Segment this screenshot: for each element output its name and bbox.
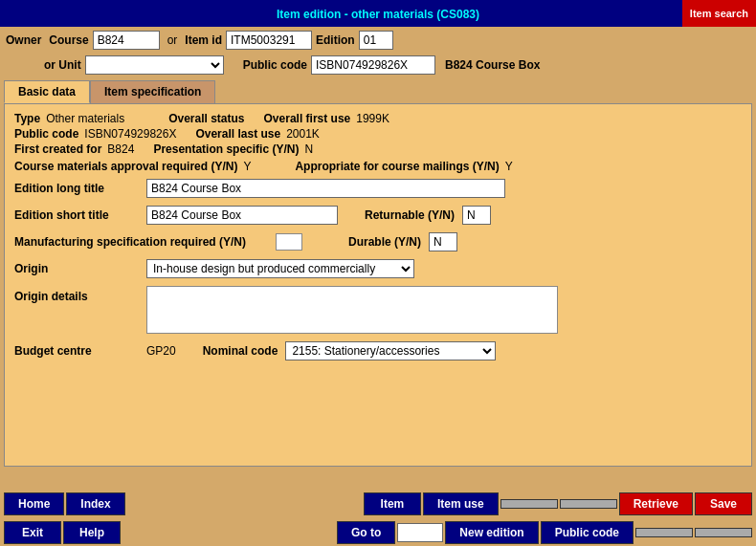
appropriate-label: Appropriate for course mailings (Y/N) xyxy=(295,160,499,173)
bottom-bar-2: Exit Help Go to New edition Public code xyxy=(0,519,756,546)
type-label: Type xyxy=(14,112,40,125)
public-code-input[interactable] xyxy=(311,55,435,75)
owner-label: Owner xyxy=(6,33,41,47)
first-created-value: B824 xyxy=(107,142,134,156)
appropriate-value: Y xyxy=(505,160,513,173)
manufacturing-spec-row: Manufacturing specification required (Y/… xyxy=(14,232,742,251)
durable-input[interactable] xyxy=(429,232,457,251)
page-title: Item edition - other materials (CS083) xyxy=(277,8,479,21)
bottom-bar-1: Home Index Item Item use Retrieve Save xyxy=(0,489,756,519)
overall-last-use-label: Overall last use xyxy=(195,127,280,141)
edition-short-title-row: Edition short title Returnable (Y/N) xyxy=(14,206,742,225)
retrieve-button[interactable]: Retrieve xyxy=(619,492,693,515)
edition-short-title-input[interactable] xyxy=(146,206,338,225)
gray-button-4[interactable] xyxy=(695,528,752,537)
overall-first-use-value: 1999K xyxy=(356,112,389,125)
item-id-label: Item id xyxy=(185,33,222,47)
info-row-1: Type Other materials Overall status Over… xyxy=(14,112,742,125)
edition-label: Edition xyxy=(316,33,355,47)
budget-nominal-row: Budget centre GP20 Nominal code 2155: St… xyxy=(14,341,742,360)
public-code-label2: Public code xyxy=(14,127,78,141)
help-button[interactable]: Help xyxy=(63,521,121,544)
edition-short-title-label: Edition short title xyxy=(14,208,139,222)
overall-last-use-value: 2001K xyxy=(286,127,320,141)
public-code-button[interactable]: Public code xyxy=(541,521,634,544)
edition-long-title-input[interactable] xyxy=(146,179,505,198)
info-row-2: Public code ISBN074929826X Overall last … xyxy=(14,127,742,141)
returnable-label: Returnable (Y/N) xyxy=(365,208,455,222)
tab-item-specification[interactable]: Item specification xyxy=(90,80,215,103)
budget-centre-label: Budget centre xyxy=(14,344,139,358)
index-button[interactable]: Index xyxy=(66,492,124,515)
manufacturing-spec-input[interactable] xyxy=(276,233,302,251)
durable-label: Durable (Y/N) xyxy=(348,235,421,249)
overall-first-use-label: Overall first use xyxy=(264,112,351,125)
nominal-code-select[interactable]: 2155: Stationery/accessories 2100: Books… xyxy=(285,341,496,360)
origin-details-row: Origin details xyxy=(14,286,742,334)
gray-button-1[interactable] xyxy=(500,499,558,509)
origin-select[interactable]: In-house design but produced commerciall… xyxy=(146,259,414,278)
go-to-input[interactable] xyxy=(397,523,443,542)
course-materials-value: Y xyxy=(243,160,251,173)
item-id-input[interactable] xyxy=(226,31,312,50)
edition-input[interactable] xyxy=(359,31,393,50)
nominal-code-label: Nominal code xyxy=(203,344,278,358)
course-materials-row: Course materials approval required (Y/N)… xyxy=(14,160,742,173)
tabs-bar: Basic data Item specification xyxy=(0,76,756,103)
course-label: Course xyxy=(49,33,88,47)
save-button[interactable]: Save xyxy=(695,492,752,515)
new-edition-button[interactable]: New edition xyxy=(445,521,538,544)
overall-status-label: Overall status xyxy=(168,112,244,125)
exit-button[interactable]: Exit xyxy=(4,521,61,544)
origin-details-label: Origin details xyxy=(14,290,139,303)
unit-select[interactable] xyxy=(85,55,224,75)
edition-long-title-row: Edition long title xyxy=(14,179,742,198)
origin-row: Origin In-house design but produced comm… xyxy=(14,259,742,278)
course-input[interactable] xyxy=(93,31,160,50)
gray-button-2[interactable] xyxy=(560,499,617,509)
home-button[interactable]: Home xyxy=(4,492,64,515)
manufacturing-spec-label: Manufacturing specification required (Y/… xyxy=(14,235,268,249)
item-use-button[interactable]: Item use xyxy=(423,492,499,515)
first-created-label: First created for xyxy=(14,142,101,156)
info-row-3: First created for B824 Presentation spec… xyxy=(14,142,742,156)
gray-button-3[interactable] xyxy=(635,528,693,537)
or-text-1: or xyxy=(167,33,178,47)
title-bar: Item edition - other materials (CS083) I… xyxy=(0,0,756,27)
budget-centre-value: GP20 xyxy=(146,344,176,358)
type-value: Other materials xyxy=(46,112,124,125)
edition-long-title-label: Edition long title xyxy=(14,182,139,195)
presentation-specific-value: N xyxy=(304,142,313,156)
item-button[interactable]: Item xyxy=(364,492,421,515)
public-code-text: B824 Course Box xyxy=(445,58,540,72)
item-search-button[interactable]: Item search xyxy=(682,0,756,27)
owner-row-2: or Unit Public code B824 Course Box xyxy=(0,54,756,76)
origin-label: Origin xyxy=(14,262,139,275)
or-unit-label: or Unit xyxy=(44,58,81,72)
origin-details-input[interactable] xyxy=(146,286,558,334)
owner-row-1: Owner Course or Item id Edition xyxy=(0,27,756,54)
presentation-specific-label: Presentation specific (Y/N) xyxy=(153,142,299,156)
returnable-input[interactable] xyxy=(462,206,491,225)
main-content: Type Other materials Overall status Over… xyxy=(4,103,752,467)
public-code-value2: ISBN074929826X xyxy=(84,127,176,141)
tab-basic-data[interactable]: Basic data xyxy=(4,80,90,103)
course-materials-label: Course materials approval required (Y/N) xyxy=(14,160,237,173)
public-code-label: Public code xyxy=(243,58,307,72)
go-to-button[interactable]: Go to xyxy=(337,521,395,544)
